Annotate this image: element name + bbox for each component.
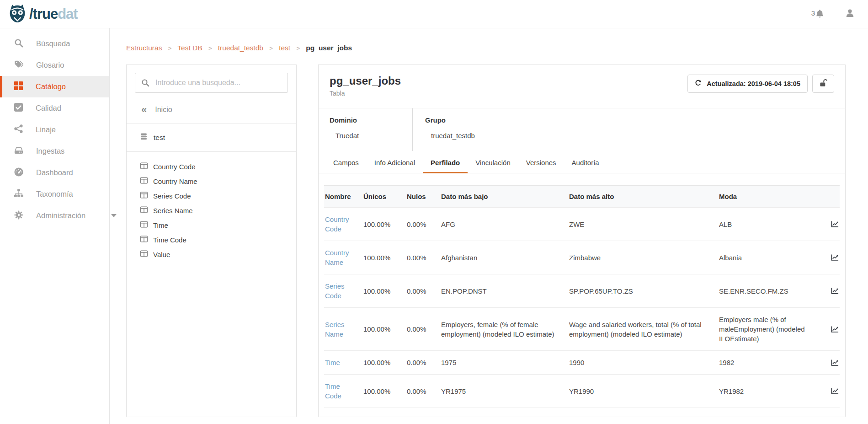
breadcrumb-separator: > — [296, 45, 300, 52]
sidebar-item-ingestas[interactable]: Ingestas — [0, 140, 109, 162]
tab-perfilado[interactable]: Perfilado — [423, 153, 468, 173]
column-item[interactable]: Country Code — [127, 159, 296, 174]
column-item-label: Country Name — [153, 177, 197, 185]
cell-low: 1975 — [440, 351, 568, 374]
unlock-icon — [819, 79, 828, 89]
structure-browser-panel: « Inicio test Country Code Country Name … — [126, 64, 297, 417]
field-link[interactable]: Time Code — [324, 375, 362, 408]
breadcrumb-link[interactable]: truedat_testdb — [218, 44, 263, 52]
sidebar-item-administracion[interactable]: Administración — [0, 205, 109, 226]
line-chart-icon[interactable] — [831, 220, 840, 228]
line-chart-icon[interactable] — [831, 326, 840, 333]
column-item[interactable]: Value — [127, 247, 296, 262]
field-link[interactable]: Time — [324, 351, 362, 374]
line-chart-icon[interactable] — [831, 416, 840, 418]
refresh-updated-button[interactable]: Actualizada: 2019-06-04 18:05 — [687, 75, 808, 93]
sidebar-item-taxonomia[interactable]: Taxonomía — [0, 183, 109, 205]
user-icon — [846, 9, 854, 19]
cell-high: SP.POP.65UP.TO.ZS — [568, 279, 718, 303]
sidebar-item-dashboard[interactable]: Dashboard — [0, 162, 109, 183]
column-item[interactable]: Time — [127, 218, 296, 232]
sidebar-item-glosario[interactable]: Glosario — [0, 54, 109, 76]
table-columns-icon — [140, 177, 148, 185]
column-header: Nulos — [406, 186, 440, 207]
column-item[interactable]: Time Code — [127, 232, 296, 247]
sidebar-item-label: Búsqueda — [36, 39, 70, 48]
breadcrumb-link[interactable]: test — [279, 44, 290, 52]
cell-nulls: 0.00% — [406, 246, 440, 269]
column-item[interactable]: Series Name — [127, 203, 296, 218]
field-link[interactable]: Country Code — [324, 208, 362, 241]
table-columns-icon — [140, 236, 148, 244]
column-item[interactable]: Country Name — [127, 174, 296, 188]
tab-campos[interactable]: Campos — [325, 153, 367, 173]
cell-nulls: 0.00% — [406, 317, 440, 341]
table-columns-icon — [140, 206, 148, 215]
cell-low: Afghanistan — [440, 246, 568, 269]
back-to-inicio[interactable]: « Inicio — [127, 101, 296, 123]
search-input[interactable] — [135, 73, 288, 93]
breadcrumb-link[interactable]: Test DB — [177, 44, 202, 52]
column-item-label: Series Code — [153, 192, 191, 200]
meta-label-dominio: Dominio — [330, 116, 412, 124]
column-item[interactable]: Series Code — [127, 188, 296, 203]
back-label: Inicio — [155, 106, 172, 114]
line-chart-icon[interactable] — [831, 287, 840, 295]
tab-info-adicional[interactable]: Info Adicional — [367, 153, 423, 173]
sidebar-item-calidad[interactable]: Calidad — [0, 97, 109, 119]
meta-value-dominio: Truedat — [330, 132, 412, 140]
columns-list: Country Code Country Name Series Code Se… — [127, 152, 296, 262]
sidebar-item-busqueda[interactable]: Búsqueda — [0, 33, 109, 54]
field-link[interactable]: Value — [324, 408, 362, 417]
tab-versiones[interactable]: Versiones — [518, 153, 564, 173]
sitemap-icon — [14, 189, 23, 199]
grid-icon — [14, 81, 23, 92]
meta-value-grupo: truedat_testdb — [425, 132, 845, 140]
field-link[interactable]: Series Name — [324, 313, 362, 346]
sidebar-item-label: Dashboard — [36, 168, 73, 177]
database-icon — [140, 133, 147, 142]
tab-vinculacion[interactable]: Vinculación — [468, 153, 518, 173]
column-header: Dato más bajo — [440, 186, 568, 207]
cell-high: Wage and salaried workers, total (% of t… — [568, 313, 718, 346]
line-chart-icon[interactable] — [831, 254, 840, 261]
breadcrumb-link[interactable]: Estructuras — [126, 44, 162, 52]
topbar: /truedat 3 — [0, 0, 868, 28]
user-menu-button[interactable] — [846, 9, 854, 19]
tree-item-test[interactable]: test — [127, 123, 296, 152]
field-link[interactable]: Series Code — [324, 274, 362, 307]
table-row: Value 67.47% 0.00% 9.0304343124 89.12324… — [324, 408, 840, 417]
cell-unique: 100.00% — [362, 279, 406, 303]
lock-toggle-button[interactable] — [812, 75, 834, 93]
sidebar-item-label: Taxonomía — [36, 190, 73, 199]
notification-count: 3 — [811, 9, 815, 17]
truedat-logo[interactable]: /truedat — [8, 3, 78, 25]
column-header: Moda — [718, 186, 826, 207]
cell-low: AFG — [440, 213, 568, 236]
gauge-icon — [14, 167, 23, 178]
refresh-icon — [695, 80, 702, 88]
bell-icon — [816, 9, 824, 19]
field-link[interactable]: Country Name — [324, 241, 362, 274]
table-row: Series Name 100.00% 0.00% Employers, fem… — [324, 308, 840, 351]
breadcrumb-separator: > — [208, 45, 212, 52]
notifications-button[interactable]: 3 — [811, 9, 824, 19]
sidebar-item-linaje[interactable]: Linaje — [0, 119, 109, 140]
double-chevron-left-icon: « — [141, 106, 147, 114]
breadcrumb-current: pg_user_jobs — [306, 44, 352, 52]
sidebar-item-label: Glosario — [36, 61, 64, 70]
cell-nulls: 0.00% — [406, 279, 440, 303]
sidebar-item-catalogo[interactable]: Catálogo — [0, 76, 109, 97]
breadcrumb-separator: > — [168, 45, 172, 52]
cell-high: 1990 — [568, 351, 718, 374]
cell-mode: Employers male (% of maleEmployment) (mo… — [718, 308, 826, 350]
breadcrumb: Estructuras > Test DB > truedat_testdb >… — [126, 44, 846, 52]
structure-detail-panel: pg_user_jobs Tabla Actualizada: 2019-06-… — [318, 64, 846, 417]
line-chart-icon[interactable] — [831, 387, 840, 395]
tab-auditoria[interactable]: Auditoría — [564, 153, 607, 173]
cell-unique: 100.00% — [362, 351, 406, 374]
line-chart-icon[interactable] — [831, 359, 840, 366]
table-columns-icon — [140, 250, 148, 258]
check-square-icon — [14, 103, 23, 113]
detail-tabs: Campos Info Adicional Perfilado Vinculac… — [319, 153, 845, 173]
